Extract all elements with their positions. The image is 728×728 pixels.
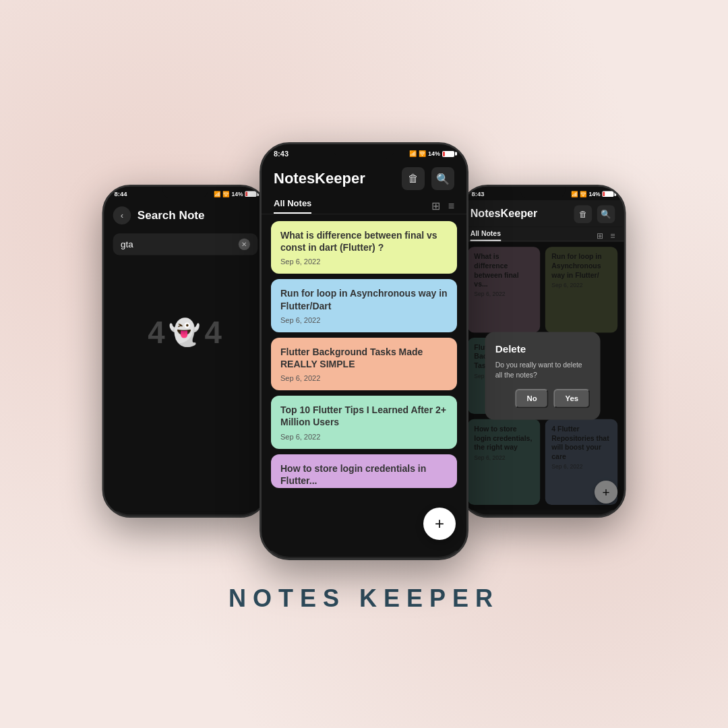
brand-title: NOTES KEEPER xyxy=(229,584,499,613)
search-input-wrap[interactable]: gta ✕ xyxy=(113,233,258,255)
tab-all-notes-center[interactable]: All Notes xyxy=(274,198,311,214)
battery-center: 14% xyxy=(428,150,440,157)
note-date-1: Sep 6, 2022 xyxy=(280,257,448,266)
app-title-right: NotesKeeper xyxy=(471,208,538,220)
search-header: ‹ Search Note xyxy=(113,206,258,224)
note-date-3: Sep 6, 2022 xyxy=(280,374,448,382)
signal-icon-left: 📶 xyxy=(214,191,220,198)
add-note-button-center[interactable]: + xyxy=(423,508,456,540)
wifi-icon-left: 🛜 xyxy=(222,191,229,198)
search-input[interactable]: gta xyxy=(121,239,233,249)
error-right-text: 4 xyxy=(205,314,223,349)
dialog-yes-button[interactable]: Yes xyxy=(553,389,590,408)
signal-center: 📶 xyxy=(409,150,417,157)
battery-icon-center xyxy=(442,151,454,157)
battery-left xyxy=(245,191,256,198)
tabs-right-center: ⊞ ≡ xyxy=(431,200,454,212)
note-card-2[interactable]: Run for loop in Asynchronous way in Flut… xyxy=(271,279,457,332)
delete-dialog: Delete Do you really want to delete all … xyxy=(485,332,601,420)
grid-view-icon-right[interactable]: ⊞ xyxy=(597,231,603,240)
signal-right: 📶 xyxy=(571,191,578,198)
wifi-right: 🛜 xyxy=(580,191,586,198)
tabs-bar-right: All Notes ⊞ ≡ xyxy=(461,227,624,242)
note-title-4: Top 10 Flutter Tips I Learned After 2+ M… xyxy=(280,404,448,428)
status-icons-right: 📶 🛜 14% xyxy=(571,191,614,198)
search-screen-title: Search Note xyxy=(138,209,205,222)
note-card-5-partial[interactable]: How to store login credentials in Flutte… xyxy=(271,454,457,488)
right-phone: 8:43 📶 🛜 14% NotesKeeper 🗑 🔍 All Notes ⊞… xyxy=(460,185,626,518)
note-card-4[interactable]: Top 10 Flutter Tips I Learned After 2+ M… xyxy=(271,396,457,448)
notes-list: What is difference between final vs cons… xyxy=(262,214,466,551)
search-button-center[interactable]: 🔍 xyxy=(431,167,454,190)
wifi-center: 🛜 xyxy=(419,150,426,157)
note-title-5: How to store login credentials in Flutte… xyxy=(280,462,448,487)
tab-all-notes-right[interactable]: All Notes xyxy=(471,230,501,241)
note-card-1[interactable]: What is difference between final vs cons… xyxy=(271,221,457,274)
battery-right: 14% xyxy=(588,191,600,198)
notch-right xyxy=(520,187,566,198)
not-found-illustration: 4 👻 4 xyxy=(113,268,258,396)
tabs-bar-center: All Notes ⊞ ≡ xyxy=(262,194,466,214)
battery-text-left: 14% xyxy=(231,191,243,198)
notes-header-right: NotesKeeper 🗑 🔍 xyxy=(461,200,624,227)
grid-view-icon-center[interactable]: ⊞ xyxy=(431,200,440,212)
tabs-right-right: ⊞ ≡ xyxy=(597,231,615,240)
dialog-message: Do you really want to delete all the not… xyxy=(495,360,590,380)
search-button-right[interactable]: 🔍 xyxy=(597,205,615,223)
notch-center xyxy=(334,144,394,159)
app-title-center: NotesKeeper xyxy=(274,170,365,187)
trash-button-center[interactable]: 🗑 xyxy=(402,167,425,190)
back-button[interactable]: ‹ xyxy=(113,206,131,224)
clear-search-button[interactable]: ✕ xyxy=(239,239,250,250)
status-time-center: 8:43 xyxy=(274,150,289,158)
note-title-3: Flutter Background Tasks Made REALLY SIM… xyxy=(280,346,448,370)
dialog-buttons: No Yes xyxy=(495,389,590,408)
trash-button-right[interactable]: 🗑 xyxy=(574,205,593,223)
delete-dialog-overlay: Delete Do you really want to delete all … xyxy=(461,242,624,510)
menu-icon-center[interactable]: ≡ xyxy=(448,200,454,212)
center-phone: 8:43 📶 🛜 14% NotesKeeper 🗑 🔍 All Notes ⊞… xyxy=(260,142,468,560)
notes-grid: What is difference between final vs... S… xyxy=(461,242,624,510)
ghost-icon: 👻 xyxy=(169,317,202,347)
header-icons-right: 🗑 🔍 xyxy=(574,205,615,223)
dialog-title: Delete xyxy=(495,344,590,355)
note-date-4: Sep 6, 2022 xyxy=(280,433,448,441)
notes-header-center: NotesKeeper 🗑 🔍 xyxy=(262,160,466,194)
notch-left xyxy=(163,187,208,198)
menu-icon-right[interactable]: ≡ xyxy=(610,231,615,240)
search-screen: ‹ Search Note gta ✕ 4 👻 4 xyxy=(104,200,266,512)
note-title-1: What is difference between final vs cons… xyxy=(280,229,448,253)
header-icons-center: 🗑 🔍 xyxy=(402,167,454,190)
left-phone: 8:44 📶 🛜 14% ‹ Search Note gta ✕ 4 👻 4 xyxy=(102,185,269,518)
dialog-no-button[interactable]: No xyxy=(515,389,548,408)
error-left-text: 4 xyxy=(148,314,166,349)
battery-icon-right xyxy=(602,191,613,198)
status-time-right: 8:43 xyxy=(472,191,485,198)
status-icons-left: 📶 🛜 14% xyxy=(214,191,257,198)
note-card-3[interactable]: Flutter Background Tasks Made REALLY SIM… xyxy=(271,338,457,390)
status-icons-center: 📶 🛜 14% xyxy=(409,150,454,157)
status-time-left: 8:44 xyxy=(115,191,127,198)
note-title-2: Run for loop in Asynchronous way in Flut… xyxy=(280,287,448,311)
note-date-2: Sep 6, 2022 xyxy=(280,316,448,324)
